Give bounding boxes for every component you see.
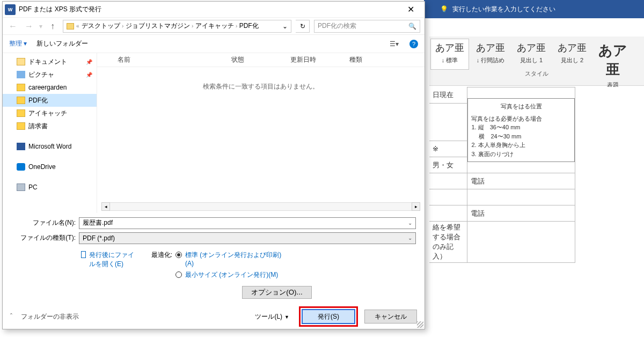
- doc-tel2: 電話: [467, 205, 575, 222]
- nav-back-button[interactable]: ←: [7, 21, 19, 31]
- breadcrumb-bar[interactable]: « デスクトップ › ジョブリストマガジン › アイキャッチ › PDF化 ⌄: [63, 20, 291, 33]
- chevron-down-icon[interactable]: ⌄: [408, 220, 412, 226]
- optimize-options: 発行後にファイルを開く(E) 最適化: 標準 (オンライン発行および印刷)(A)…: [3, 248, 425, 304]
- tools-menu[interactable]: ツール(L)▼: [255, 312, 289, 321]
- filetype-combo[interactable]: PDF (*.pdf) ⌄: [79, 232, 416, 244]
- new-folder-button[interactable]: 新しいフォルダー: [36, 39, 88, 48]
- tree-item-label: careergarden: [28, 84, 67, 91]
- empty-list-message: 検索条件に一致する項目はありません。: [97, 82, 425, 91]
- folder-icon: [67, 23, 74, 30]
- style-gallery-item[interactable]: あア亜 ↓ 行間詰め: [471, 39, 510, 70]
- onedrive-icon: [17, 163, 25, 171]
- style-gallery-item[interactable]: あア亜 表題: [594, 39, 632, 70]
- help-icon[interactable]: ?: [409, 40, 418, 48]
- tree-item[interactable]: ピクチャ 📌: [3, 68, 97, 81]
- tree-item[interactable]: PDF化: [3, 94, 97, 107]
- style-gallery-item[interactable]: あア亜 見出し 2: [553, 39, 591, 70]
- options-button[interactable]: オプション(O)...: [242, 286, 312, 299]
- style-name: 見出し 1: [513, 56, 550, 64]
- file-list[interactable]: 名前 状態 更新日時 種類 検索条件に一致する項目はありません。 ◂ ▸: [97, 53, 425, 213]
- style-name: 見出し 2: [553, 56, 591, 64]
- filetype-value: PDF (*.pdf): [83, 234, 115, 242]
- tree-item[interactable]: 請求書: [3, 120, 97, 133]
- optimize-label: 最適化:: [140, 251, 172, 260]
- tree-item-label: アイキャッチ: [28, 109, 67, 118]
- close-button[interactable]: ✕: [399, 4, 422, 14]
- search-placeholder: PDF化の検索: [318, 21, 356, 31]
- doc-tel1: 電話: [467, 173, 575, 189]
- document-canvas: 日現在 写真をはる位置 写真をはる必要がある場合 1. 縦 36〜40 mm 横…: [429, 87, 639, 338]
- style-sample: あア亜: [553, 41, 591, 54]
- pc-icon: [17, 183, 25, 191]
- tree-item[interactable]: Microsoft Word: [3, 140, 97, 153]
- style-sample: あア亜: [513, 41, 550, 54]
- breadcrumb-segment[interactable]: デスクトップ: [82, 22, 120, 30]
- folder-y-icon: [17, 97, 25, 104]
- photo-l4: 3. 裏面のりづけ: [471, 150, 571, 159]
- folder-y-icon: [17, 122, 25, 130]
- view-options-icon[interactable]: ☰▾: [388, 40, 400, 48]
- refresh-button[interactable]: ↻: [296, 20, 310, 33]
- dialog-titlebar: W PDF または XPS 形式で発行 ✕: [3, 2, 425, 18]
- lightbulb-icon: 💡: [440, 5, 448, 13]
- breadcrumb-segment[interactable]: アイキャッチ: [195, 22, 234, 30]
- chevron-down-icon[interactable]: ⌄: [408, 235, 412, 241]
- tree-item[interactable]: careergarden: [3, 81, 97, 94]
- filename-label: ファイル名(N):: [11, 218, 79, 227]
- search-icon: 🔍: [408, 23, 416, 30]
- filename-input[interactable]: 履歴書.pdf ⌄: [79, 217, 416, 229]
- tree-item[interactable]: OneDrive: [3, 160, 97, 173]
- ribbon-tell-me[interactable]: 💡 実行したい作業を入力してください: [424, 0, 644, 18]
- folder-tree[interactable]: ドキュメント 📌 ピクチャ 📌 careergarden PDF化 アイキャッチ…: [3, 53, 97, 213]
- style-gallery-item[interactable]: あア亜 ↓ 標準: [430, 39, 469, 70]
- filename-form: ファイル名(N): 履歴書.pdf ⌄ ファイルの種類(T): PDF (*.p…: [3, 213, 425, 248]
- tree-item-label: ドキュメント: [28, 57, 67, 67]
- organize-menu[interactable]: 整理 ▾: [9, 39, 27, 48]
- radio-standard[interactable]: [175, 252, 182, 258]
- open-after-checkbox[interactable]: [81, 251, 86, 258]
- col-type[interactable]: 種類: [349, 55, 408, 64]
- nav-toolbar: ← → ▾ ↑ « デスクトップ › ジョブリストマガジン › アイキャッチ ›…: [3, 18, 425, 35]
- doc-asterisk: ※: [433, 145, 438, 153]
- col-status[interactable]: 状態: [231, 55, 290, 64]
- scroll-right-button[interactable]: ▸: [412, 202, 420, 211]
- tree-item[interactable]: PC: [3, 181, 97, 194]
- photo-box: 写真をはる位置 写真をはる必要がある場合 1. 縦 36〜40 mm 横 24〜…: [467, 98, 575, 162]
- scroll-left-button[interactable]: ◂: [101, 202, 110, 211]
- photo-box-cell: 写真をはる位置 写真をはる必要がある場合 1. 縦 36〜40 mm 横 24〜…: [467, 87, 575, 173]
- folder-y-icon: [17, 84, 25, 91]
- open-after-label[interactable]: 発行後にファイルを開く(E): [89, 251, 140, 269]
- hide-folders-link[interactable]: フォルダーの非表示: [21, 312, 79, 321]
- list-header[interactable]: 名前 状態 更新日時 種類: [97, 53, 425, 67]
- tree-item-label: OneDrive: [28, 163, 56, 171]
- style-gallery-item[interactable]: あア亜 見出し 1: [512, 39, 551, 70]
- search-input[interactable]: PDF化の検索 🔍: [314, 20, 420, 33]
- chevron-up-icon[interactable]: ˆ: [10, 313, 12, 320]
- cancel-button[interactable]: キャンセル: [364, 310, 417, 324]
- nav-forward-button[interactable]: →: [23, 21, 35, 31]
- tree-item[interactable]: ドキュメント 📌: [3, 55, 97, 68]
- resize-grip[interactable]: [417, 321, 423, 328]
- doc-gender: 男・女: [429, 157, 467, 173]
- doc-note: 絡を希望する場合のみ記入）: [429, 222, 467, 263]
- tree-item[interactable]: アイキャッチ: [3, 107, 97, 120]
- nav-up-button[interactable]: ↑: [47, 21, 58, 31]
- radio-minimum[interactable]: [175, 271, 182, 278]
- opt-standard-label[interactable]: 標準 (オンライン発行および印刷)(A): [185, 251, 282, 269]
- col-name[interactable]: 名前: [97, 55, 231, 64]
- col-date[interactable]: 更新日時: [290, 55, 349, 64]
- word-icon: W: [5, 4, 16, 15]
- horizontal-scrollbar[interactable]: ◂ ▸: [101, 202, 420, 211]
- wordapp-icon: [17, 143, 25, 150]
- breadcrumb-segment[interactable]: PDF化: [239, 22, 259, 30]
- scroll-track[interactable]: [110, 202, 412, 211]
- opt-minimum-label[interactable]: 最小サイズ (オンライン発行)(M): [185, 270, 278, 280]
- publish-highlight: 発行(S): [299, 306, 358, 327]
- breadcrumb-segment[interactable]: ジョブリストマガジン: [126, 22, 190, 30]
- photo-l1: 1. 縦 36〜40 mm: [471, 123, 571, 132]
- publish-button[interactable]: 発行(S): [302, 310, 355, 324]
- photo-l3: 2. 本人単身胸から上: [471, 141, 571, 150]
- style-name: ↓ 標準: [431, 56, 469, 64]
- tree-item-label: 請求書: [28, 122, 48, 131]
- filetype-label: ファイルの種類(T):: [11, 233, 79, 243]
